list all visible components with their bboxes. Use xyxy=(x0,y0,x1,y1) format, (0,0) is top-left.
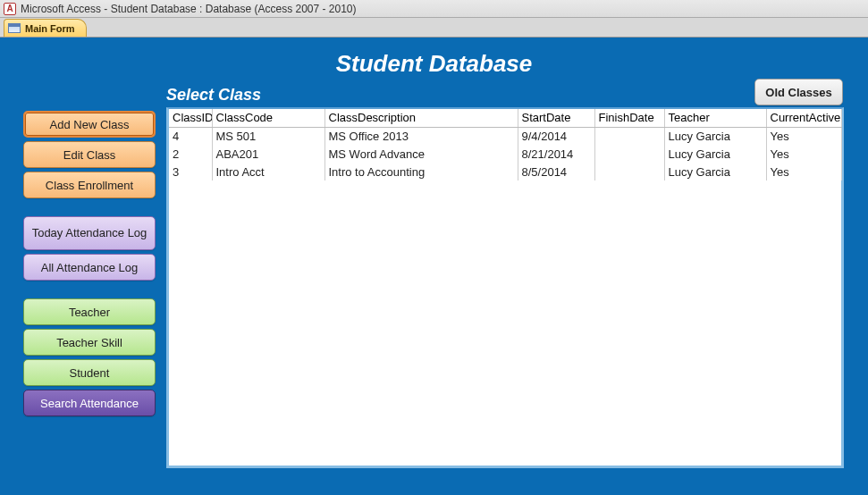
teacher-button[interactable]: Teacher xyxy=(23,298,156,325)
teacher-skill-button[interactable]: Teacher Skill xyxy=(23,329,156,356)
col-header-teacher[interactable]: Teacher xyxy=(664,109,766,127)
cell-classdescription: Intro to Accounting xyxy=(324,163,518,180)
col-header-currentactive[interactable]: CurrentActive xyxy=(766,109,841,127)
cell-finishdate xyxy=(594,145,664,163)
cell-teacher: Lucy Garcia xyxy=(664,127,766,145)
form-body: Student Database Select Class Old Classe… xyxy=(0,38,868,495)
cell-currentactive: Yes xyxy=(766,163,841,180)
section-label-select-class: Select Class xyxy=(166,86,261,105)
cell-classcode: ABA201 xyxy=(212,145,324,163)
edit-class-button[interactable]: Edit Class xyxy=(23,141,156,168)
sidebar: Add New Class Edit Class Class Enrollmen… xyxy=(23,111,156,416)
cell-startdate: 8/21/2014 xyxy=(518,145,594,163)
table-row[interactable]: 2 ABA201 MS Word Advance 8/21/2014 Lucy … xyxy=(169,145,841,163)
cell-startdate: 9/4/2014 xyxy=(518,127,594,145)
add-new-class-button[interactable]: Add New Class xyxy=(23,111,156,138)
cell-classcode: MS 501 xyxy=(212,127,324,145)
cell-classid: 3 xyxy=(169,163,212,180)
cell-finishdate xyxy=(594,127,664,145)
tab-main-form[interactable]: Main Form xyxy=(4,19,87,37)
today-attendance-log-button[interactable]: Today Attendance Log xyxy=(23,216,156,250)
cell-classid: 2 xyxy=(169,145,212,163)
cell-currentactive: Yes xyxy=(766,127,841,145)
window-titlebar: A Microsoft Access - Student Database : … xyxy=(0,0,868,18)
grid-header-row: ClassID ClassCode ClassDescription Start… xyxy=(169,109,841,127)
col-header-classdescription[interactable]: ClassDescription xyxy=(324,109,518,127)
all-attendance-log-button[interactable]: All Attendance Log xyxy=(23,254,156,281)
table-row[interactable]: 4 MS 501 MS Office 2013 9/4/2014 Lucy Ga… xyxy=(169,127,841,145)
window-title: Microsoft Access - Student Database : Da… xyxy=(21,3,357,15)
table-row[interactable]: 3 Intro Acct Intro to Accounting 8/5/201… xyxy=(169,163,841,180)
student-button[interactable]: Student xyxy=(23,359,156,386)
col-header-startdate[interactable]: StartDate xyxy=(518,109,594,127)
cell-classcode: Intro Acct xyxy=(212,163,324,180)
old-classes-button[interactable]: Old Classes xyxy=(754,79,843,105)
col-header-classid[interactable]: ClassID xyxy=(169,109,212,127)
cell-classid: 4 xyxy=(169,127,212,145)
tab-label: Main Form xyxy=(25,23,75,34)
search-attendance-button[interactable]: Search Attendance xyxy=(23,390,156,416)
cell-currentactive: Yes xyxy=(766,145,841,163)
cell-teacher: Lucy Garcia xyxy=(664,163,766,180)
cell-startdate: 8/5/2014 xyxy=(518,163,594,180)
cell-classdescription: MS Office 2013 xyxy=(324,127,518,145)
cell-finishdate xyxy=(594,163,664,180)
class-grid[interactable]: ClassID ClassCode ClassDescription Start… xyxy=(166,107,844,468)
page-title: Student Database xyxy=(0,50,868,78)
tab-strip: Main Form xyxy=(0,18,868,38)
class-enrollment-button[interactable]: Class Enrollment xyxy=(23,172,156,198)
col-header-classcode[interactable]: ClassCode xyxy=(212,109,324,127)
col-header-finishdate[interactable]: FinishDate xyxy=(594,109,664,127)
cell-classdescription: MS Word Advance xyxy=(324,145,518,163)
form-icon xyxy=(8,23,21,33)
access-app-icon: A xyxy=(4,3,16,15)
cell-teacher: Lucy Garcia xyxy=(664,145,766,163)
